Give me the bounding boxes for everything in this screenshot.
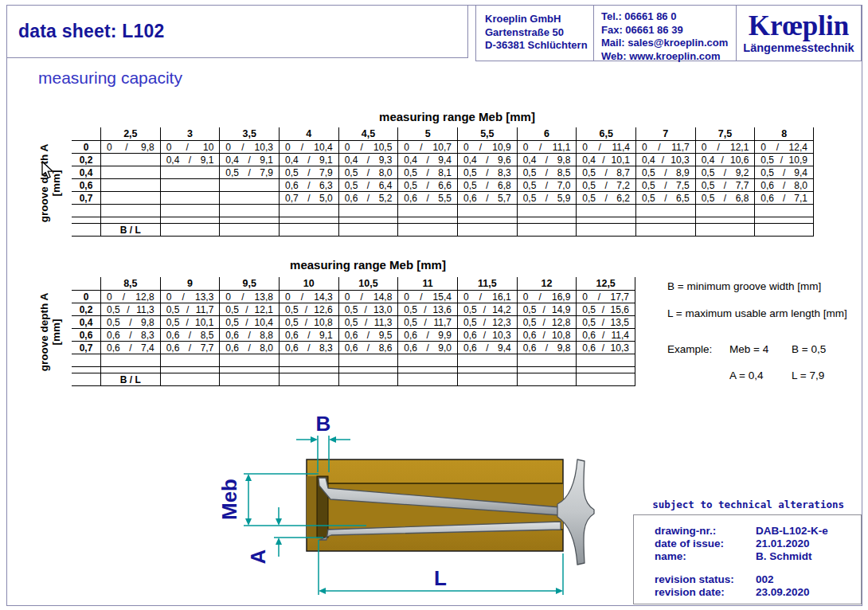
table-cell-empty <box>279 205 338 217</box>
table-cell: 0,5/11,3 <box>100 303 160 316</box>
footer-cell <box>635 224 695 237</box>
groove-gauge-diagram: B Meb A L <box>215 410 621 610</box>
table-cell: 0,4/10,3 <box>635 154 695 166</box>
info-field: date of issue:21.01.2020 <box>655 538 861 550</box>
table-cell: 0,4/9,3 <box>338 154 398 166</box>
table-cell-empty <box>517 367 577 373</box>
table-cell: 0/10,5 <box>338 141 398 154</box>
table-cell-empty <box>457 367 517 373</box>
table-cell: 0,6/11,4 <box>576 329 635 342</box>
footer-cell <box>338 224 398 237</box>
table-cell: 0/10,9 <box>457 141 517 154</box>
table-cell-empty <box>695 205 755 217</box>
info-field: revision date:23.09.2020 <box>655 586 861 599</box>
table-cell-empty <box>457 205 517 217</box>
table-cell-empty <box>576 367 635 373</box>
table-cell-empty <box>576 217 635 224</box>
table-corner <box>72 127 100 141</box>
table-cell-empty <box>397 205 457 217</box>
table-cell-empty <box>219 367 279 373</box>
table-cell-empty <box>695 217 755 224</box>
table-cell: 0,5/11,7 <box>397 316 457 329</box>
info-field: drawing-nr.:DAB-L102-K-e <box>655 525 861 538</box>
footer-cell <box>397 373 457 386</box>
table-cell: 0,5/10,9 <box>754 154 814 166</box>
label-L: L <box>434 566 447 590</box>
table-cell: 0/16,1 <box>457 291 517 303</box>
table-cell: 0,6/8,0 <box>219 342 279 354</box>
table-cell: 0/13,3 <box>160 291 220 303</box>
footer-cell <box>576 224 635 237</box>
table-cell: 0,6/7,4 <box>100 342 160 354</box>
table-cell: 0,5/8,3 <box>457 166 517 179</box>
info-field: revision status:002 <box>655 573 861 586</box>
footer-cell <box>754 224 814 237</box>
contact-mail: Mail: sales@kroeplin.com <box>601 37 736 50</box>
table-cell: 0/10,3 <box>219 141 279 154</box>
example-meb: Meb = 4 <box>729 343 792 355</box>
table-cell-empty <box>576 354 635 367</box>
table-cell-empty <box>100 354 160 367</box>
table-cell-empty <box>279 217 338 224</box>
column-header: 3,5 <box>219 127 279 141</box>
table-cell: 0/11,7 <box>635 141 695 154</box>
table-cell <box>100 192 160 205</box>
row-label: 0 <box>72 291 100 303</box>
table-cell: 0,6/9,9 <box>397 329 457 342</box>
table-cell-empty <box>754 217 814 224</box>
table-cell: 0,5/7,9 <box>279 166 338 179</box>
table-cell: 0/17,7 <box>576 291 635 303</box>
table-cell: 0,6/9,0 <box>397 342 457 354</box>
table-cell: 0,5/10,8 <box>279 316 338 329</box>
logo-wordmark: Krœplin <box>749 13 849 40</box>
table-cell-empty <box>160 367 220 373</box>
table-cell: 0,4/9,4 <box>397 154 457 166</box>
table-cell: 0,6/9,8 <box>517 342 577 354</box>
legend-b: B = minimum groove width [mm] <box>667 280 847 292</box>
table-cell: 0,5/12,3 <box>457 316 517 329</box>
table-cell-empty <box>338 354 398 367</box>
table-cell: 0/10 <box>160 141 220 154</box>
table-cell: 0,4/9,6 <box>457 154 517 166</box>
row-label: 0,4 <box>72 166 100 179</box>
datasheet-page: data sheet: L102 Kroeplin GmbH Gartenstr… <box>0 0 868 610</box>
column-header: 10,5 <box>338 277 398 291</box>
table-cell: 0,5/9,8 <box>100 316 160 329</box>
contact-tel: Tel.: 06661 86 0 <box>601 10 736 24</box>
table-cell: 0,5/8,5 <box>517 166 577 179</box>
table-cell: 0,6/8,0 <box>754 179 814 192</box>
column-header: 11 <box>397 277 457 291</box>
table-cell <box>100 166 160 179</box>
table-cell-empty <box>160 354 220 367</box>
column-header: 5,5 <box>457 127 517 141</box>
column-header: 4 <box>279 127 338 141</box>
contact-fax: Fax: 06661 86 39 <box>601 24 736 37</box>
table-cell: 0/9,8 <box>100 141 160 154</box>
table-cell-empty <box>397 217 457 224</box>
row-label-empty <box>72 354 100 367</box>
column-header: 3 <box>160 127 220 141</box>
table-cell: 0,5/7,5 <box>635 179 695 192</box>
row-label: 0,6 <box>72 329 100 342</box>
header-boxes: Kroeplin GmbH Gartenstraße 50 D-36381 Sc… <box>475 5 862 61</box>
table-cell-empty <box>100 217 160 224</box>
label-B: B <box>316 412 331 436</box>
footer-cell <box>279 373 338 386</box>
table-cell: 0,4/10,1 <box>576 154 635 166</box>
title-block: data sheet: L102 <box>6 5 468 58</box>
column-header: 6,5 <box>576 127 635 141</box>
label-Meb: Meb <box>217 479 241 520</box>
drawing-info-box: drawing-nr.:DAB-L102-K-edate of issue:21… <box>633 514 862 604</box>
table-cell: 0,5/8,7 <box>576 166 635 179</box>
table-cell: 0,6/5,7 <box>457 192 517 205</box>
table-cell-empty <box>517 217 577 224</box>
table-cell-empty <box>279 367 338 373</box>
table-cell: 0/11,1 <box>517 141 577 154</box>
table-cell: 0,6/9,4 <box>457 342 517 354</box>
table-cell: 0,6/10,8 <box>517 329 577 342</box>
column-header: 12,5 <box>576 277 635 291</box>
table-cell-empty <box>100 367 160 373</box>
footer-cell <box>517 224 577 237</box>
row-label: 0,4 <box>72 316 100 329</box>
table-cell-empty <box>517 354 577 367</box>
